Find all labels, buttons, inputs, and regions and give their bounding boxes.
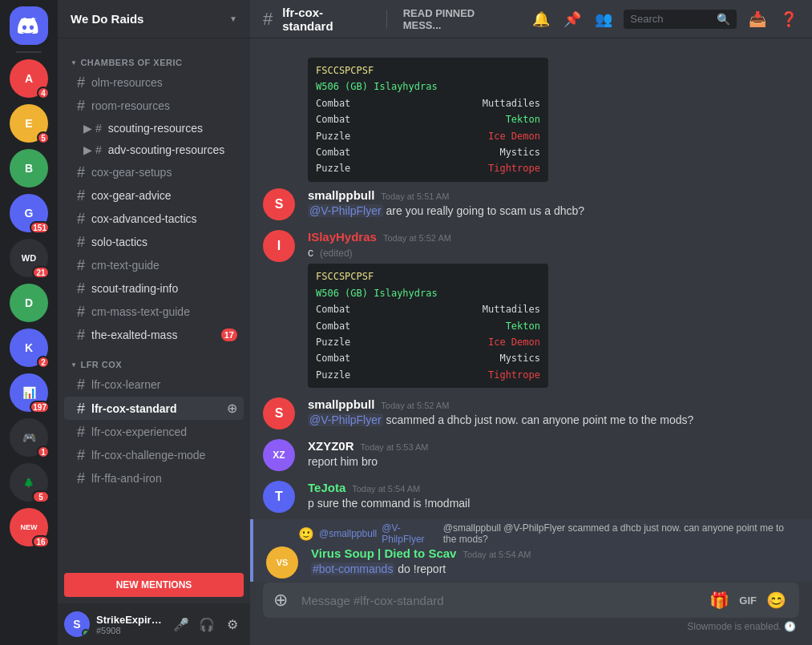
settings-icon[interactable]: ⚙ (221, 613, 244, 635)
channel-cox-gear-advice[interactable]: # cox-gear-advice (64, 184, 244, 207)
channel-cox-gear-setups[interactable]: # cox-gear-setups (64, 161, 244, 183)
channel-cox-advanced-tactics[interactable]: # cox-advanced-tactics (64, 208, 244, 230)
message-text-3: @V-PhilpFlyer scammed a dhcb just now. c… (308, 413, 799, 429)
hash-icon: # (77, 75, 85, 90)
bell-icon[interactable]: 🔔 (531, 8, 552, 30)
home-button[interactable] (10, 6, 48, 45)
help-icon[interactable]: ❓ (778, 8, 799, 30)
message-header-3: smallppbull Today at 5:52 AM (308, 397, 799, 411)
message-content-5: TeJota Today at 5:54 AM p sure the comma… (308, 481, 799, 513)
add-member-icon[interactable]: ⊕ (227, 401, 237, 416)
mention-3[interactable]: @V-PhilpFlyer (308, 413, 383, 426)
message-group-3: S smallppbull Today at 5:52 AM @V-PhilpF… (250, 394, 812, 433)
emoji-picker-icon[interactable]: 😊 (766, 591, 786, 610)
search-input[interactable] (630, 13, 710, 25)
add-attachment-button[interactable]: ⊕ (266, 586, 295, 615)
channel-olm-resources[interactable]: # olm-resources (64, 71, 244, 94)
server-badge-1: 4 (37, 87, 50, 99)
mention-bot-commands[interactable]: #bot-commands (311, 562, 394, 575)
server-icon-2[interactable]: E 5 (10, 104, 48, 143)
hash-icon: # (77, 235, 85, 249)
message-author-2: ISlayHydras (308, 230, 377, 244)
inbox-icon[interactable]: 📥 (746, 8, 768, 30)
message-text-6: #bot-commands do !report (311, 562, 799, 578)
channel-room-resources[interactable]: # room-resources (64, 95, 244, 117)
server-badge-7: 2 (37, 356, 50, 369)
table-row: Puzzle Ice Demon (316, 334, 540, 350)
server-icon-8[interactable]: 📊 197 (10, 373, 48, 412)
user-area: S StrikeExpiry... #5908 🎤 🎧 ⚙ (58, 603, 250, 645)
hash-icon: # (77, 448, 85, 462)
gif-icon[interactable]: GIF (736, 593, 760, 608)
avatar: S (64, 611, 90, 637)
table-row: W506 (GB) Islayhydras (316, 79, 540, 95)
channel-lfr-ffa-and-iron[interactable]: # lfr-ffa-and-iron (64, 467, 244, 490)
search-bar[interactable]: 🔍 (624, 10, 737, 29)
online-status-dot (82, 629, 90, 637)
server-icon-1[interactable]: A 4 (10, 59, 48, 98)
avatar-3: S (263, 397, 295, 429)
read-pinned-button[interactable]: READ PINNED MESS... (403, 7, 511, 31)
message-input-area: ⊕ 🎁 GIF 😊 Slowmode is enabled. 🕐 (250, 583, 812, 645)
server-name-bar[interactable]: We Do Raids ▼ (58, 0, 250, 38)
reply-mention-smallpp[interactable]: @smallppbull (319, 528, 377, 539)
channel-lfr-cox-challenge-mode[interactable]: # lfr-cox-challenge-mode (64, 444, 244, 466)
header-divider (386, 10, 387, 29)
channel-solo-tactics[interactable]: # solo-tactics (64, 231, 244, 253)
message-author-6: Virus Soup | Died to Scav (311, 546, 456, 560)
members-icon[interactable]: 👥 (592, 8, 614, 30)
headphone-icon[interactable]: 🎧 (196, 613, 218, 635)
message-content-6: Virus Soup | Died to Scav Today at 5:54 … (311, 546, 799, 578)
server-icon-6[interactable]: D (10, 284, 48, 322)
category-lfr-cox[interactable]: ▼ LFR COX (58, 347, 250, 373)
server-sidebar: A 4 E 5 B G 151 WD 21 D K 2 📊 197 🎮 1 🌲 … (0, 0, 58, 645)
channel-cm-mass-text-guide[interactable]: # cm-mass-text-guide (64, 300, 244, 323)
channel-lfr-cox-learner[interactable]: # lfr-cox-learner (64, 373, 244, 396)
category-chambers[interactable]: ▼ CHAMBERS OF XERIC (58, 45, 250, 71)
server-icon-4[interactable]: G 151 (10, 194, 48, 232)
server-icon-5[interactable]: WD 21 (10, 239, 48, 277)
channel-cm-text-guide[interactable]: # cm-text-guide (64, 254, 244, 276)
message-text-1: @V-PhilpFlyer are you really going to sc… (308, 204, 799, 220)
server-icon-9[interactable]: 🎮 1 (10, 418, 48, 457)
table-row: Combat Muttadiles (316, 301, 540, 317)
table-row: Combat Muttadiles (316, 95, 540, 111)
hash-icon: # (77, 258, 85, 272)
message-group-4: XZ XZYZ0R Today at 5:53 AM report him br… (250, 436, 812, 474)
hash-icon: # (77, 165, 85, 179)
new-mentions-button[interactable]: NEW MENTIONS (64, 573, 244, 597)
table-row: Combat Tekton (316, 318, 540, 334)
message-time-1: Today at 5:51 AM (381, 191, 449, 201)
server-icon-3[interactable]: B (10, 149, 48, 187)
search-icon: 🔍 (717, 13, 730, 26)
channel-hash-icon: # (263, 9, 273, 30)
channel-lfr-cox-experienced[interactable]: # lfr-cox-experienced (64, 421, 244, 443)
emoji-icon: 🙂 (298, 526, 314, 542)
server-icon-10[interactable]: 🌲 5 (10, 463, 48, 502)
hash-icon: # (77, 304, 85, 319)
microphone-icon[interactable]: 🎤 (170, 613, 192, 635)
table-row: Puzzle Tightrope (316, 160, 540, 176)
server-icon-7[interactable]: K 2 (10, 329, 48, 367)
table-row: Combat Tekton (316, 111, 540, 127)
message-input-bar: ⊕ 🎁 GIF 😊 (263, 583, 799, 618)
pin-icon[interactable]: 📌 (562, 8, 584, 30)
gift-icon[interactable]: 🎁 (709, 591, 729, 610)
mention-1[interactable]: @V-PhilpFlyer (308, 204, 383, 217)
channel-the-exalted-mass[interactable]: # the-exalted-mass 17 (64, 324, 244, 346)
channel-lfr-cox-standard[interactable]: # lfr-cox-standard ⊕ (64, 397, 244, 420)
channel-list: ▼ CHAMBERS OF XERIC # olm-resources # ro… (58, 38, 250, 573)
user-tag: #5908 (96, 626, 164, 635)
server-icon-new[interactable]: NEW 16 (10, 508, 48, 546)
message-author-1: smallppbull (308, 188, 374, 202)
table-row: FSCCSPCPSF (316, 268, 540, 284)
message-input[interactable] (301, 584, 703, 617)
message-time-2: Today at 5:52 AM (383, 233, 451, 243)
embed-table-1: FSCCSPCPSF W506 (GB) Islayhydras Combat … (308, 58, 548, 182)
channel-scout-trading-info[interactable]: # scout-trading-info (64, 277, 244, 300)
channel-scouting-resources[interactable]: ▶ # scouting-resources (64, 118, 244, 139)
message-header-1: smallppbull Today at 5:51 AM (308, 188, 799, 202)
channel-adv-scouting-resources[interactable]: ▶ # adv-scouting-resources (64, 139, 244, 160)
message-header-2: ISlayHydras Today at 5:52 AM (308, 230, 799, 244)
chevron-down-icon: ▼ (71, 361, 77, 369)
